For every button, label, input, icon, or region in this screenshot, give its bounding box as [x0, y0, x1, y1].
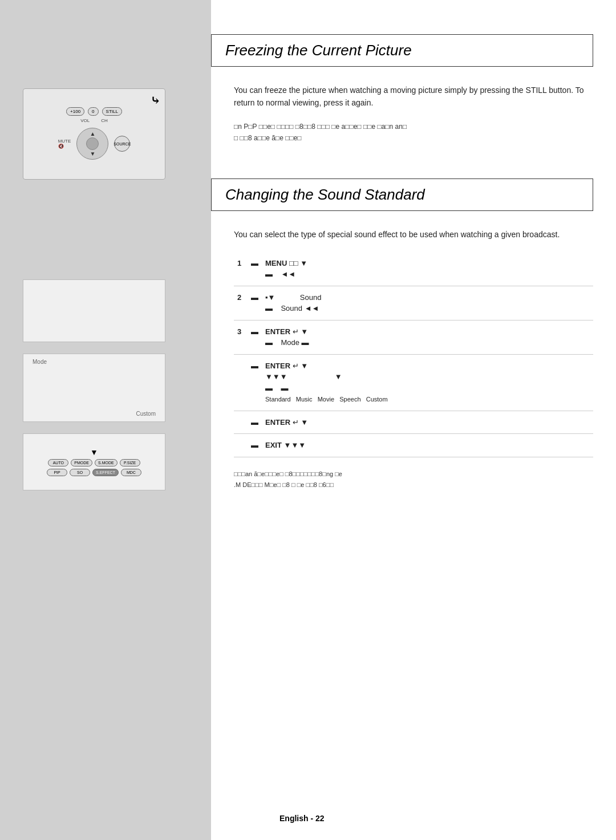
- freeze-content: You can freeze the picture when watching…: [234, 84, 593, 144]
- step-3-desc: ENTER ↵ ▼ ▬ Mode ▬: [262, 320, 593, 354]
- sound-korean-text: □□□an ã□e□□□e□ □8□□□□□□□8□ng □e .M DE□□□…: [234, 469, 593, 490]
- step-1-desc: MENU □□ ▼ ▬ ◄◄: [262, 252, 593, 286]
- btn-still: STILL: [102, 107, 122, 116]
- dpad-outer: ▲ ▼: [76, 128, 108, 160]
- freeze-description-block: You can freeze the picture when watching…: [234, 84, 593, 144]
- freeze-korean-text: □n P□P □□e□ □□□□ □8□□8 □□□ □e a□□e□ □□e …: [234, 121, 593, 144]
- step-row-1: 1 ▬ MENU □□ ▼ ▬ ◄◄: [234, 252, 593, 286]
- dpad-down-icon: ▼: [90, 151, 95, 157]
- step-4-icon: ▬: [248, 354, 262, 411]
- custom-label: Custom: [33, 411, 156, 417]
- dpad-center: [86, 137, 99, 150]
- step-row-4: ▬ ENTER ↵ ▼ ▼▼▼ ▼ ▬ ▬ Standard Music Mov…: [234, 354, 593, 411]
- sidebar: +100 0 STILL ⤷ VOL CH MUTE🔇 ▲ ▼ SOURCE: [0, 0, 211, 840]
- step-2-num: 2: [234, 286, 248, 320]
- btn-pip: PIP: [47, 469, 67, 476]
- step-6-desc: EXIT ▼▼▼: [262, 434, 593, 457]
- footer-text: English - 22: [279, 814, 325, 823]
- dpad-up-icon: ▲: [90, 131, 95, 137]
- btn-mdc: MDC: [121, 469, 141, 476]
- section-freeze: Freezing the Current Picture You can fre…: [234, 34, 593, 144]
- mute-label: MUTE🔇: [58, 139, 71, 149]
- step-3-num: 3: [234, 320, 248, 354]
- step-2-icon: ▬: [248, 286, 262, 320]
- btn-smode: S.MODE: [95, 459, 117, 466]
- btn-pmode: PMODE: [71, 459, 92, 466]
- step-4-num: [234, 354, 248, 411]
- step-5-num: [234, 411, 248, 434]
- step-5-desc: ENTER ↵ ▼: [262, 411, 593, 434]
- ch-label: CH: [101, 118, 108, 123]
- step-6-icon: ▬: [248, 434, 262, 457]
- remote-dpad: ▲ ▼: [75, 127, 110, 161]
- btn-so: SO: [70, 469, 90, 476]
- remote-bottom-row-2: PIP SO S.EFFECT MDC: [47, 469, 141, 476]
- section-sound: Changing the Sound Standard You can sele…: [234, 178, 593, 490]
- step-2-desc: ▪▼ Sound ▬ Sound ◄◄: [262, 286, 593, 320]
- remote-labels: VOL CH: [80, 118, 108, 123]
- still-arrow-icon: ⤷: [151, 94, 160, 107]
- step-1-icon: ▬: [248, 252, 262, 286]
- sidebar-panel-remote-bottom: ▼ AUTO PMODE S.MODE P.SIZE PIP SO S.EFFE…: [23, 433, 165, 490]
- main-content: Freezing the Current Picture You can fre…: [211, 0, 616, 840]
- btn-seffect: S.EFFECT: [92, 469, 119, 476]
- btn-auto: AUTO: [48, 459, 68, 466]
- sidebar-panel-sound-2: Mode Custom: [23, 354, 165, 422]
- sound-title: Changing the Sound Standard: [225, 186, 579, 204]
- footer: English - 22: [279, 814, 325, 823]
- remote-bottom-row-1: AUTO PMODE S.MODE P.SIZE: [48, 459, 140, 466]
- mode-label: Mode: [33, 359, 156, 365]
- panel-down-arrow-icon: ▼: [90, 448, 98, 457]
- remote-control-top: +100 0 STILL ⤷ VOL CH MUTE🔇 ▲ ▼ SOURCE: [23, 88, 165, 180]
- step-6-num: [234, 434, 248, 457]
- step-row-6: ▬ EXIT ▼▼▼: [234, 434, 593, 457]
- sound-title-box: Changing the Sound Standard: [211, 178, 593, 211]
- freeze-title: Freezing the Current Picture: [225, 42, 579, 59]
- step-row-3: 3 ▬ ENTER ↵ ▼ ▬ Mode ▬: [234, 320, 593, 354]
- remote-nav-area: MUTE🔇 ▲ ▼ SOURCE: [58, 127, 131, 161]
- step-5-icon: ▬: [248, 411, 262, 434]
- step-4-desc: ENTER ↵ ▼ ▼▼▼ ▼ ▬ ▬ Standard Music Movie…: [262, 354, 593, 411]
- vol-label: VOL: [80, 118, 90, 123]
- sound-description: You can select the type of special sound…: [234, 228, 593, 241]
- step-row-5: ▬ ENTER ↵ ▼: [234, 411, 593, 434]
- source-btn: SOURCE: [114, 136, 130, 152]
- sidebar-panel-sound-1: [23, 279, 165, 342]
- step-3-icon: ▬: [248, 320, 262, 354]
- btn-psize: P.SIZE: [120, 459, 140, 466]
- btn-0: 0: [88, 107, 98, 116]
- steps-table: 1 ▬ MENU □□ ▼ ▬ ◄◄ 2 ▬ ▪▼ Sound ▬: [234, 252, 593, 457]
- remote-top-buttons: +100 0 STILL ⤷: [66, 107, 122, 116]
- btn-100: +100: [66, 107, 84, 116]
- freeze-title-box: Freezing the Current Picture: [211, 34, 593, 67]
- step-row-2: 2 ▬ ▪▼ Sound ▬ Sound ◄◄: [234, 286, 593, 320]
- step-1-num: 1: [234, 252, 248, 286]
- freeze-description: You can freeze the picture when watching…: [234, 84, 593, 109]
- page-container: +100 0 STILL ⤷ VOL CH MUTE🔇 ▲ ▼ SOURCE: [0, 0, 616, 840]
